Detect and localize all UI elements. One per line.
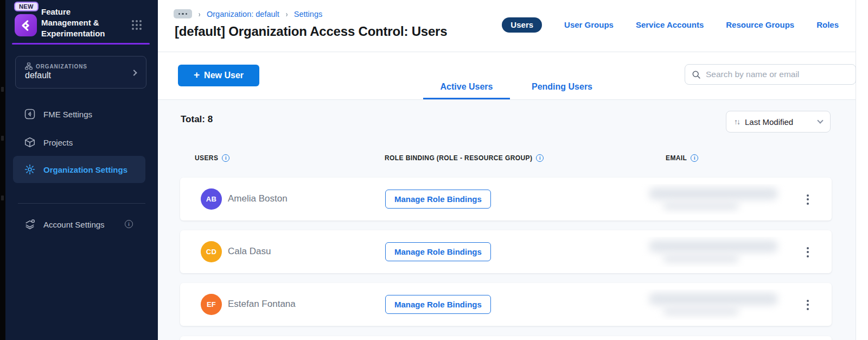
sort-dropdown[interactable]: ↑↓ Last Modified: [726, 111, 831, 133]
breadcrumb: › Organization: default › Settings: [174, 9, 322, 18]
table-row: CD Cala Dasu Manage Role Bindings: [180, 230, 832, 273]
sort-dropdown-value: Last Modified: [745, 117, 813, 127]
email-redacted: [641, 237, 788, 267]
manage-role-bindings-button[interactable]: Manage Role Bindings: [385, 242, 491, 261]
toolbar-divider: [158, 99, 856, 100]
email-redacted: [641, 184, 788, 215]
breadcrumb-ellipsis-button[interactable]: [174, 9, 192, 18]
role-binding-info-icon[interactable]: [536, 154, 544, 162]
search-box: [685, 64, 856, 85]
sidebar-item-projects[interactable]: Projects: [13, 130, 145, 154]
sidebar-item-label: Organization Settings: [43, 165, 127, 174]
column-header-label: ROLE BINDING (ROLE - RESOURCE GROUP): [385, 154, 532, 162]
edge-speck: [1, 136, 4, 141]
edge-speck: [1, 87, 4, 92]
brand-divider: [12, 43, 150, 45]
sidebar-item-label: Account Settings: [43, 220, 105, 229]
manage-role-bindings-button[interactable]: Manage Role Bindings: [385, 190, 491, 209]
avatar: EF: [201, 294, 222, 315]
nav-tab-resource-groups[interactable]: Resource Groups: [726, 20, 794, 29]
sort-arrows-icon: ↑↓: [734, 117, 739, 126]
column-header-users: USERS: [195, 154, 229, 162]
users-info-icon[interactable]: [222, 154, 229, 162]
tab-active-users[interactable]: Active Users: [423, 80, 510, 99]
email-redacted: [641, 289, 788, 320]
sidebar-item-fme-settings[interactable]: FME Settings: [13, 102, 145, 126]
nav-tab-user-groups[interactable]: User Groups: [564, 20, 614, 29]
table-row: AB Amelia Boston Manage Role Bindings: [180, 178, 832, 221]
avatar: AB: [201, 188, 222, 210]
content-right-border: [856, 0, 856, 340]
access-control-nav: Users User Groups Service Accounts Resou…: [502, 17, 839, 33]
chevron-separator-icon: ›: [285, 9, 288, 18]
sidebar-divider: [18, 203, 145, 204]
row-menu-kebab-icon[interactable]: [803, 244, 813, 260]
nav-tab-roles[interactable]: Roles: [816, 20, 839, 29]
fme-settings-icon: [24, 108, 36, 120]
org-hierarchy-icon: [25, 62, 33, 70]
row-menu-kebab-icon[interactable]: [803, 191, 813, 207]
manage-role-bindings-button[interactable]: Manage Role Bindings: [385, 295, 491, 314]
account-settings-layers-icon: [24, 218, 36, 230]
breadcrumb-link-settings[interactable]: Settings: [294, 10, 322, 18]
sidebar-item-label: Projects: [43, 138, 73, 147]
row-menu-kebab-icon[interactable]: [803, 297, 813, 313]
table-row-partial: [180, 336, 832, 340]
column-header-email: EMAIL: [666, 154, 698, 162]
breadcrumb-link-organization[interactable]: Organization: default: [207, 10, 279, 18]
new-user-button[interactable]: + New User: [178, 65, 259, 86]
column-header-role-binding: ROLE BINDING (ROLE - RESOURCE GROUP): [385, 154, 544, 162]
user-name: Estefan Fontana: [228, 299, 296, 310]
column-header-label: EMAIL: [666, 154, 687, 162]
user-name: Amelia Boston: [228, 193, 288, 204]
table-row: EF Estefan Fontana Manage Role Bindings: [180, 283, 832, 326]
gear-icon: [24, 163, 36, 175]
window-edge-strip: [0, 0, 5, 340]
org-selector-label: ORGANIZATIONS: [36, 64, 87, 70]
app-switcher-grid-icon[interactable]: [132, 20, 142, 30]
total-count: Total: 8: [181, 114, 213, 125]
chevron-right-icon: [131, 70, 137, 75]
plus-icon: +: [194, 69, 200, 81]
page-title: [default] Organization Access Control: U…: [175, 24, 447, 39]
column-header-label: USERS: [195, 154, 218, 162]
sidebar-item-organization-settings[interactable]: Organization Settings: [13, 156, 145, 183]
avatar: CD: [201, 241, 222, 262]
organization-selector[interactable]: ORGANIZATIONS default: [15, 56, 146, 89]
nav-tab-users[interactable]: Users: [502, 17, 542, 33]
split-diamond-icon: [19, 18, 33, 33]
sidebar: NEW Feature Management & Experimentation…: [5, 0, 158, 340]
nav-tab-service-accounts[interactable]: Service Accounts: [636, 20, 704, 29]
search-icon: [692, 70, 701, 79]
new-user-button-label: New User: [204, 71, 244, 80]
tab-pending-users[interactable]: Pending Users: [513, 80, 611, 99]
account-settings-info-icon[interactable]: [125, 220, 133, 228]
fme-logo[interactable]: [15, 14, 37, 36]
email-info-icon[interactable]: [691, 154, 698, 162]
app-window: NEW Feature Management & Experimentation…: [0, 0, 868, 340]
search-input[interactable]: [706, 70, 849, 79]
chevron-down-icon: [817, 117, 823, 123]
chevron-separator-icon: ›: [199, 9, 201, 18]
sidebar-item-label: FME Settings: [43, 110, 92, 119]
main-content: › Organization: default › Settings [defa…: [158, 0, 868, 340]
header-divider: [158, 52, 856, 52]
org-selector-value: default: [25, 71, 51, 80]
projects-cube-icon: [24, 136, 36, 148]
app-title: Feature Management & Experimentation: [41, 7, 120, 39]
user-name: Cala Dasu: [228, 246, 271, 257]
new-badge: NEW: [14, 2, 39, 11]
edge-speck: [1, 196, 4, 200]
